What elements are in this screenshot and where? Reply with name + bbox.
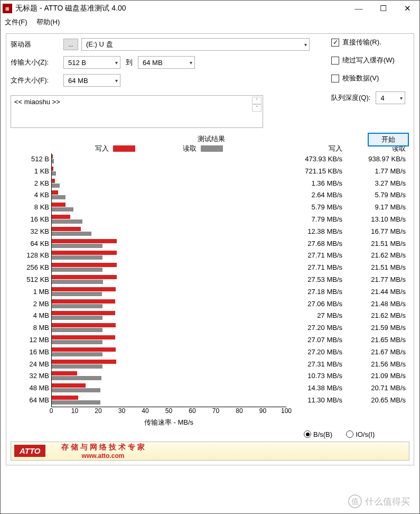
bar-write	[52, 239, 117, 243]
col-header-write: 写入	[286, 144, 350, 153]
spin-up-icon[interactable]: ˄	[252, 97, 262, 104]
value-write: 27.20 MB/s	[286, 322, 350, 334]
close-button[interactable]: ✕	[395, 1, 419, 16]
bar-write	[52, 179, 55, 183]
bar-write	[52, 299, 115, 304]
value-read: 21.09 MB/s	[350, 370, 413, 382]
checkbox-verify[interactable]: 校验数据(V)	[331, 74, 405, 83]
window-title: 无标题 - ATTO 磁盘基准测试 4.00	[15, 4, 347, 13]
value-write: 10.73 MB/s	[286, 370, 350, 382]
spin-down-icon[interactable]: ˅	[252, 104, 262, 112]
label-transfer-size: 传输大小(Z):	[11, 58, 63, 67]
bar-write	[52, 190, 58, 195]
atto-logo: ATTO	[14, 445, 45, 457]
bar-read	[52, 268, 102, 272]
start-button[interactable]: 开始	[368, 133, 409, 146]
transfer-size-to[interactable]: 64 MB▾	[138, 56, 195, 69]
radio-ios[interactable]: IO/s(I)	[346, 430, 375, 438]
bar-write	[52, 383, 86, 388]
bar-read	[52, 183, 60, 188]
x-tick: 100	[278, 407, 294, 415]
value-write: 473.93 KB/s	[286, 153, 350, 166]
bar-read	[52, 340, 102, 344]
y-tick: 12 MB	[11, 334, 49, 346]
value-read: 21.51 MB/s	[350, 238, 413, 250]
bar-write	[52, 287, 116, 291]
value-write: 27.53 MB/s	[286, 274, 350, 286]
y-tick: 512 KB	[11, 274, 49, 286]
value-write: 27 MB/s	[286, 310, 350, 322]
value-read: 20.71 MB/s	[350, 382, 413, 394]
label-file-size: 文件大小(F):	[11, 76, 63, 85]
value-read: 21.59 MB/s	[350, 322, 413, 334]
bar-write	[52, 203, 66, 207]
chevron-down-icon: ▾	[115, 78, 118, 84]
bar-read	[52, 352, 102, 356]
checkbox-direct-io[interactable]: ✓ 直接传输(R).	[331, 38, 405, 47]
y-tick: 24 MB	[11, 359, 49, 371]
footer-banner: ATTO 存 储 与 网 络 技 术 专 家 www.atto.com	[11, 442, 409, 461]
label-to: 到	[126, 58, 133, 67]
value-read: 1.77 MB/s	[350, 166, 413, 178]
value-read: 20.65 MB/s	[350, 394, 413, 407]
bar-read	[52, 232, 91, 236]
value-read: 21.62 MB/s	[350, 250, 413, 262]
y-tick: 32 KB	[11, 226, 49, 238]
y-tick: 16 KB	[11, 214, 49, 226]
y-tick: 2 MB	[11, 298, 49, 310]
value-read: 21.51 MB/s	[350, 262, 413, 274]
file-size-select[interactable]: 64 MB▾	[63, 74, 120, 87]
drive-browse-button[interactable]: ...	[63, 39, 78, 50]
value-read: 21.65 MB/s	[350, 334, 413, 346]
bar-read	[52, 400, 100, 405]
value-write: 11.30 MB/s	[286, 394, 350, 407]
menu-help[interactable]: 帮助(H)	[36, 18, 60, 26]
bar-read	[52, 171, 56, 176]
check-icon: ✓	[333, 39, 338, 46]
bar-write	[52, 360, 116, 364]
y-tick: 32 MB	[11, 370, 49, 382]
x-tick: 90	[255, 407, 271, 415]
description-input[interactable]: << miaoshu >> ˄˅	[11, 95, 263, 128]
value-write: 12.38 MB/s	[286, 226, 350, 238]
y-tick: 512 B	[11, 153, 49, 166]
minimize-button[interactable]: —	[347, 1, 371, 16]
y-tick: 1 MB	[11, 286, 49, 298]
bar-read	[52, 195, 66, 199]
bar-read	[52, 244, 102, 248]
maximize-button[interactable]: ☐	[371, 1, 395, 16]
y-tick: 64 MB	[11, 394, 49, 407]
bar-read	[52, 255, 102, 260]
watermark: 值什么值得买	[348, 494, 410, 508]
menu-file[interactable]: 文件(F)	[5, 18, 27, 26]
bar-write	[52, 227, 81, 231]
x-tick: 70	[208, 407, 224, 415]
value-write: 27.20 MB/s	[286, 346, 350, 359]
bar-read	[52, 280, 103, 284]
y-tick: 4 MB	[11, 310, 49, 322]
drive-select[interactable]: (E:) U 盘▾	[81, 38, 310, 51]
value-read: 938.97 KB/s	[350, 153, 413, 166]
bar-chart	[51, 153, 286, 407]
y-tick: 2 KB	[11, 178, 49, 190]
value-write: 27.06 MB/s	[286, 298, 350, 310]
value-write: 27.71 MB/s	[286, 250, 350, 262]
x-tick: 80	[231, 407, 247, 415]
x-tick: 20	[90, 407, 106, 415]
bar-write	[52, 396, 78, 400]
transfer-size-from[interactable]: 512 B▾	[63, 56, 120, 69]
results-title: 测试结果	[190, 134, 232, 144]
value-write: 27.68 MB/s	[286, 238, 350, 250]
chevron-down-icon: ▾	[115, 60, 118, 66]
radio-bytes[interactable]: B/s(B)	[304, 430, 332, 438]
value-write: 27.31 MB/s	[286, 359, 350, 371]
bar-read	[52, 364, 102, 369]
value-write: 27.18 MB/s	[286, 286, 350, 298]
bar-write	[52, 311, 115, 315]
y-tick: 48 MB	[11, 382, 49, 394]
queue-depth-select[interactable]: 4▾	[376, 91, 405, 104]
checkbox-bypass-cache[interactable]: 绕过写入缓存(W)	[331, 56, 405, 65]
value-read: 13.10 MB/s	[350, 214, 413, 226]
value-write: 5.79 MB/s	[286, 201, 350, 214]
y-tick: 16 MB	[11, 346, 49, 359]
